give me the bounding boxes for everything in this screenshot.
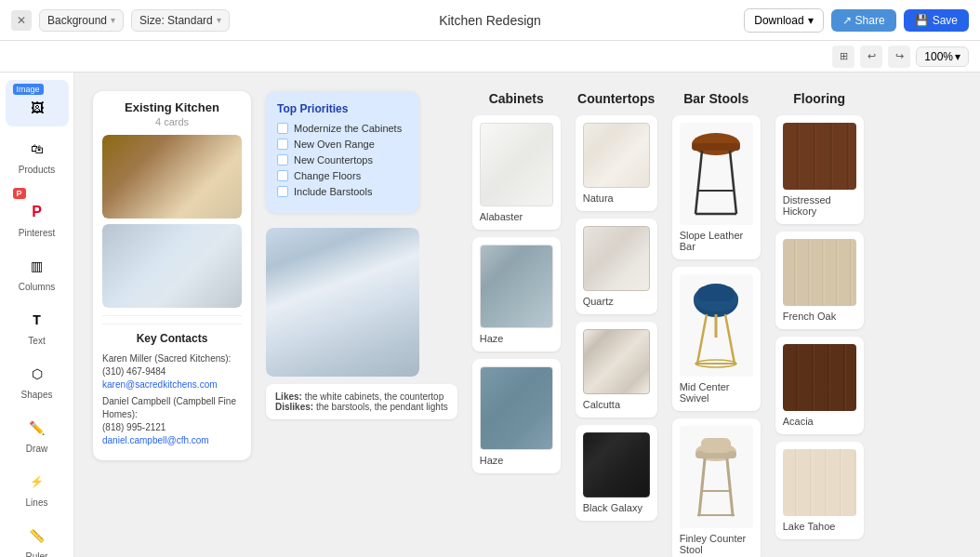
columns-icon: ▥ [24, 253, 50, 279]
download-label: Download [754, 14, 803, 27]
flooring-img-1 [783, 239, 856, 306]
sidebar-item-columns[interactable]: ▥ Columns [6, 247, 69, 298]
flooring-label-1: French Oak [783, 311, 856, 322]
priority-check-3[interactable] [277, 170, 288, 181]
key-contacts-section: Key Contacts Karen Miller (Sacred Kitche… [102, 315, 242, 447]
barstool-item-2: Finley Counter Stool [672, 418, 761, 557]
counter-img-0 [583, 123, 650, 188]
contact-1-phone: (310) 467-9484 [102, 366, 166, 377]
barstool-img-1 [680, 274, 753, 377]
flooring-item-3: Lake Tahoe [775, 442, 864, 539]
contact-1-email[interactable]: karen@sacredkitchens.com [102, 379, 218, 390]
sidebar-item-text[interactable]: T Text [6, 301, 69, 351]
existing-kitchen-column: Existing Kitchen 4 cards Key Contacts Ka… [93, 91, 251, 538]
counter-item-3: Black Galaxy [576, 425, 657, 521]
sidebar-item-lines[interactable]: ⚡ Lines [6, 463, 69, 513]
countertops-title: Countertops [576, 91, 657, 106]
counter-img-2 [583, 329, 650, 394]
counter-label-1: Quartz [583, 296, 650, 307]
counter-label-3: Black Galaxy [583, 502, 650, 513]
barstool-label-0: Slope Leather Bar [680, 230, 753, 252]
background-tab[interactable]: Background ▾ [39, 9, 124, 32]
flooring-img-2 [783, 344, 856, 411]
cabinet-item-1: Haze [472, 237, 561, 351]
shapes-icon: ⬡ [24, 361, 50, 387]
save-icon: 💾 [915, 14, 929, 27]
flooring-label-2: Acacia [783, 416, 856, 427]
priority-item-4: Include Barstools [277, 186, 408, 197]
priorities-column: Top Priorities Modernize the Cabinets Ne… [266, 91, 457, 538]
secondary-toolbar: ⊞ ↩ ↪ 100% ▾ [0, 41, 980, 73]
pinterest-icon: P [24, 199, 50, 225]
redo-icon[interactable]: ↪ [888, 46, 910, 68]
sidebar-item-ruler[interactable]: 📏 Ruler [6, 517, 69, 557]
ruler-icon: 📏 [24, 523, 50, 549]
sidebar-label-products: Products [19, 165, 55, 175]
modern-kitchen-image [266, 228, 419, 377]
priority-label-0: Modernize the Cabinets [294, 123, 402, 134]
cabinet-item-0: Alabaster [472, 115, 561, 230]
flooring-title: Flooring [775, 91, 864, 106]
likes-dislikes-card: Likes: the white cabinets, the counterto… [266, 384, 457, 419]
sidebar-item-shapes[interactable]: ⬡ Shapes [6, 355, 69, 405]
share-button[interactable]: ↗ Share [831, 9, 896, 32]
priority-item-3: Change Floors [277, 170, 408, 181]
sidebar-item-pinterest[interactable]: P P Pinterest [6, 184, 69, 244]
contact-2-email[interactable]: daniel.campbell@cfh.com [102, 435, 209, 445]
svg-rect-1 [692, 143, 740, 151]
toolbar-left: ✕ Background ▾ Size: Standard ▾ [11, 9, 230, 32]
priority-item-0: Modernize the Cabinets [277, 123, 408, 134]
products-icon: 🛍 [24, 136, 50, 162]
priority-check-2[interactable] [277, 154, 288, 166]
barstool-label-1: Mid Center Swivel [680, 381, 753, 404]
priority-check-1[interactable] [277, 139, 288, 150]
sidebar-item-products[interactable]: 🛍 Products [6, 130, 69, 180]
priority-check-0[interactable] [277, 123, 288, 134]
download-chevron-icon: ▾ [808, 14, 814, 27]
priorities-title: Top Priorities [277, 102, 408, 115]
sidebar-item-image[interactable]: Image 🖼 [6, 80, 69, 126]
grid-icon[interactable]: ⊞ [832, 46, 854, 68]
priority-item-1: New Oven Range [277, 139, 408, 150]
barstool-img-0 [680, 123, 753, 225]
contact-1: Karen Miller (Sacred Kitchens): (310) 46… [102, 352, 242, 391]
flooring-item-2: Acacia [775, 337, 864, 434]
sidebar-item-draw[interactable]: ✏️ Draw [6, 409, 69, 459]
size-chevron-icon: ▾ [217, 15, 221, 25]
cabinet-label-0: Alabaster [480, 211, 553, 222]
sidebar-label-lines: Lines [26, 497, 48, 508]
canvas-area: Existing Kitchen 4 cards Key Contacts Ka… [74, 73, 980, 557]
download-button[interactable]: Download ▾ [744, 8, 823, 33]
draw-icon: ✏️ [24, 415, 50, 441]
barstool-img-2 [680, 426, 753, 528]
flooring-item-0: Distressed Hickory [775, 115, 864, 224]
existing-kitchen-title: Existing Kitchen [102, 100, 242, 114]
size-tab[interactable]: Size: Standard ▾ [131, 9, 230, 32]
dislikes-label: Dislikes: [275, 402, 313, 412]
close-button[interactable]: ✕ [11, 10, 32, 31]
priority-label-3: Change Floors [294, 170, 361, 181]
priority-label-2: New Countertops [294, 154, 373, 166]
size-tab-label: Size: Standard [139, 14, 213, 27]
likes-text: the white cabinets, the countertop [305, 391, 444, 402]
cabinet-img-0 [480, 123, 553, 206]
svg-rect-8 [697, 286, 735, 301]
zoom-control[interactable]: 100% ▾ [916, 46, 969, 67]
flooring-img-0 [783, 123, 856, 190]
undo-icon[interactable]: ↩ [860, 46, 882, 68]
existing-kitchen-card: Existing Kitchen 4 cards Key Contacts Ka… [93, 91, 251, 460]
priorities-card: Top Priorities Modernize the Cabinets Ne… [266, 91, 419, 213]
share-icon: ↗ [842, 14, 852, 27]
toolbar-right: Download ▾ ↗ Share 💾 Save [744, 8, 969, 33]
flooring-label-0: Distressed Hickory [783, 194, 856, 217]
save-button[interactable]: 💾 Save [904, 9, 969, 32]
sidebar-label-text: Text [28, 336, 45, 346]
priority-check-4[interactable] [277, 186, 288, 197]
main-layout: Image 🖼 🛍 Products P P Pinterest ▥ Colum… [0, 73, 980, 557]
kitchen-image-1 [102, 135, 242, 219]
cabinet-img-2 [480, 366, 553, 450]
zoom-chevron-icon: ▾ [955, 50, 960, 63]
svg-line-2 [695, 151, 702, 214]
countertops-column: Countertops Natura Quartz Calcutta Black… [576, 91, 657, 538]
zoom-label: 100% [924, 50, 953, 63]
